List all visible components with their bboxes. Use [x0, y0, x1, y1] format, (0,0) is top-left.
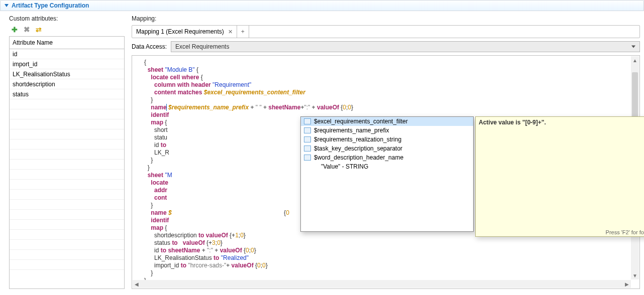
table-row[interactable]: [10, 109, 124, 119]
table-row[interactable]: LK_RealisationStatus: [10, 69, 124, 79]
tab-mapping-1[interactable]: Mapping 1 (Excel Requirements) ✕: [132, 26, 237, 38]
custom-attributes-label: Custom attributes:: [9, 15, 125, 22]
tab-close-icon[interactable]: ✕: [228, 29, 233, 35]
autocomplete-item[interactable]: $task_key_description_separator: [301, 144, 473, 153]
add-icon[interactable]: ✚: [11, 26, 18, 33]
table-row[interactable]: [10, 240, 124, 250]
table-row[interactable]: [10, 230, 124, 240]
table-row[interactable]: [10, 99, 124, 109]
tab-add[interactable]: +: [237, 26, 249, 38]
tooltip-text: Active value is "[0-9]+".: [479, 119, 644, 126]
tooltip-hint: Press 'F2' for focus: [606, 229, 644, 235]
autocomplete-item[interactable]: $word_description_header_name: [301, 153, 473, 162]
scroll-up-icon[interactable]: ▲: [631, 56, 639, 64]
table-row[interactable]: shortdescription: [10, 79, 124, 89]
variable-icon: [304, 127, 311, 133]
editor-horizontal-scrollbar[interactable]: ◀ ▶: [133, 280, 631, 288]
table-row[interactable]: [10, 170, 124, 180]
autocomplete-popup: $excel_requirements_content_filter $requ…: [300, 116, 474, 232]
table-row[interactable]: [10, 190, 124, 200]
variable-icon: [304, 145, 311, 152]
table-row[interactable]: [10, 119, 124, 129]
mapping-pane: Mapping: Mapping 1 (Excel Requirements) …: [130, 11, 644, 294]
tab-label: Mapping 1 (Excel Requirements): [136, 28, 224, 35]
table-row[interactable]: status: [10, 89, 124, 99]
autocomplete-tooltip: Active value is "[0-9]+". Press 'F2' for…: [475, 116, 644, 237]
autocomplete-item[interactable]: $excel_requirements_content_filter: [301, 117, 473, 126]
table-row[interactable]: id: [10, 49, 124, 59]
autocomplete-item[interactable]: "Value" - STRING: [301, 162, 473, 171]
table-row[interactable]: [10, 129, 124, 139]
scroll-down-icon[interactable]: ▼: [631, 271, 639, 279]
table-row[interactable]: [10, 250, 124, 260]
attributes-toolbar: ✚ ✖ ⇄: [9, 25, 125, 36]
table-row[interactable]: [10, 260, 124, 270]
table-row[interactable]: [10, 180, 124, 190]
autocomplete-item[interactable]: $requirements_name_prefix: [301, 126, 473, 135]
autocomplete-item[interactable]: $requirements_realization_string: [301, 135, 473, 144]
table-row[interactable]: [10, 160, 124, 170]
attributes-column-header[interactable]: Attribute Name: [10, 37, 124, 49]
table-row[interactable]: [10, 220, 124, 230]
mapping-tabbar: Mapping 1 (Excel Requirements) ✕ +: [132, 25, 640, 38]
attributes-table: Attribute Name id import_id LK_Realisati…: [9, 36, 125, 289]
table-row[interactable]: [10, 210, 124, 220]
custom-attributes-pane: Custom attributes: ✚ ✖ ⇄ Attribute Name …: [0, 11, 130, 294]
table-row[interactable]: [10, 200, 124, 210]
table-row[interactable]: import_id: [10, 59, 124, 69]
variable-icon: [304, 118, 311, 124]
variable-icon: [304, 155, 311, 161]
scroll-left-icon[interactable]: ◀: [133, 280, 141, 288]
data-access-label: Data Access:: [132, 43, 167, 50]
collapse-icon[interactable]: [5, 4, 9, 7]
refresh-icon[interactable]: ⇄: [35, 26, 42, 33]
data-access-combo[interactable]: Excel Requirements: [171, 41, 640, 52]
variable-icon: [304, 136, 311, 142]
scroll-right-icon[interactable]: ▶: [623, 280, 631, 288]
table-row[interactable]: [10, 139, 124, 150]
delete-icon[interactable]: ✖: [23, 26, 30, 33]
mapping-label: Mapping:: [132, 15, 640, 22]
panel-header[interactable]: Artifact Type Configuration: [0, 0, 644, 11]
panel-title: Artifact Type Configuration: [12, 2, 89, 9]
table-row[interactable]: [10, 150, 124, 160]
data-access-value: Excel Requirements: [175, 43, 229, 50]
